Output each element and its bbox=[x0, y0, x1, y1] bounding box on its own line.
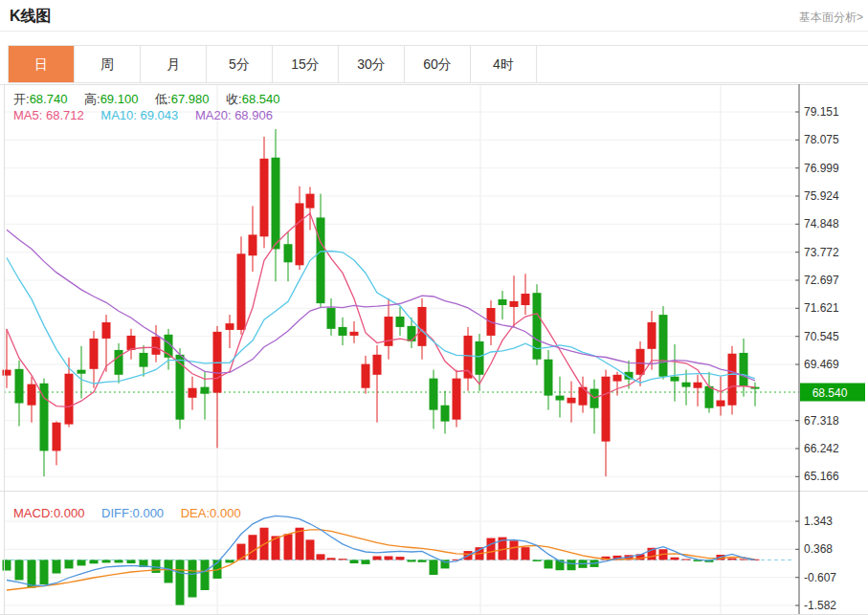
ohlc-readout: 开:68.740 高:69.100 低:67.980 收:68.540 bbox=[13, 91, 279, 108]
candle-up bbox=[522, 294, 530, 305]
candle-down bbox=[740, 353, 748, 386]
macd-bar-negative bbox=[102, 560, 111, 562]
diff-line bbox=[7, 516, 755, 585]
macd-bar-positive bbox=[327, 558, 336, 560]
candle-up bbox=[694, 383, 702, 388]
candle-down bbox=[272, 158, 280, 250]
tab-60min[interactable]: 60分 bbox=[405, 46, 471, 82]
candle-up bbox=[127, 336, 136, 350]
candle-down bbox=[317, 217, 325, 303]
low-label: 低: bbox=[155, 92, 171, 106]
macd-bar-positive bbox=[487, 538, 496, 560]
tabbar-filler bbox=[537, 46, 868, 82]
candle-down bbox=[659, 315, 668, 377]
macd-bar-negative bbox=[165, 560, 173, 582]
dea-label: DEA: bbox=[181, 506, 210, 520]
candle-down bbox=[396, 317, 405, 327]
tab-month[interactable]: 月 bbox=[141, 46, 207, 82]
axis-tick-label: 70.545 bbox=[804, 330, 839, 343]
axis-tick-label: 1.343 bbox=[804, 515, 833, 528]
candle-up bbox=[53, 423, 61, 451]
tab-15min[interactable]: 15分 bbox=[273, 46, 339, 82]
candle-up bbox=[296, 203, 304, 265]
tab-week[interactable]: 周 bbox=[75, 46, 141, 82]
fundamental-analysis-link[interactable]: 基本面分析> bbox=[799, 10, 863, 26]
tab-day[interactable]: 日 bbox=[9, 46, 75, 82]
macd-bar-positive bbox=[671, 558, 679, 560]
candle-up bbox=[418, 307, 427, 346]
macd-bar-negative bbox=[78, 560, 86, 565]
axis-tick-label: 66.242 bbox=[804, 442, 839, 455]
kline-page: K线图 基本面分析> 日 周 月 5分 15分 30分 60分 4时 79.15… bbox=[0, 0, 868, 615]
period-tabbar: 日 周 月 5分 15分 30分 60分 4时 bbox=[8, 45, 868, 83]
tab-30min[interactable]: 30分 bbox=[339, 46, 405, 82]
axis-tick-label: 75.924 bbox=[804, 189, 839, 203]
candle-up bbox=[306, 194, 315, 209]
candle-down bbox=[176, 355, 185, 420]
diff-label: DIFF: bbox=[101, 506, 133, 520]
ma10-value: 69.043 bbox=[141, 108, 179, 122]
macd-bar-negative bbox=[418, 560, 427, 561]
axis-tick-label: 69.469 bbox=[804, 358, 839, 371]
axis-tick-label: 74.848 bbox=[804, 217, 839, 231]
candle-down bbox=[590, 389, 599, 408]
macd-bar-positive bbox=[740, 559, 748, 560]
macd-bar-positive bbox=[373, 556, 382, 560]
macd-bar-negative bbox=[189, 560, 197, 597]
candle-down bbox=[671, 377, 679, 382]
candle-up bbox=[510, 301, 519, 307]
macd-bar-positive bbox=[385, 556, 393, 560]
candle-down bbox=[441, 406, 450, 422]
ma10-label: MA10: bbox=[100, 108, 140, 122]
axis-tick-label: 71.621 bbox=[804, 301, 839, 315]
candle-down bbox=[78, 370, 86, 374]
low-value: 67.980 bbox=[171, 92, 210, 106]
candle-up bbox=[362, 364, 370, 388]
axis-tick-label: 78.075 bbox=[804, 133, 839, 146]
candle-up bbox=[249, 234, 257, 255]
candle-down bbox=[201, 387, 210, 394]
axis-tick-label: -1.582 bbox=[804, 599, 836, 612]
tab-4hour[interactable]: 4时 bbox=[471, 46, 537, 82]
candle-down bbox=[284, 244, 293, 262]
candle-down bbox=[430, 379, 438, 410]
candle-down bbox=[545, 360, 553, 396]
candle-up bbox=[65, 374, 74, 425]
candle-up bbox=[636, 349, 645, 375]
macd-bar-positive bbox=[249, 535, 257, 560]
candle-up bbox=[613, 375, 622, 382]
title-divider bbox=[0, 31, 868, 32]
current-price-badge: 68.540 bbox=[800, 384, 865, 402]
candle-down bbox=[339, 327, 347, 336]
candle-up bbox=[717, 401, 725, 406]
page-title: K线图 bbox=[10, 7, 52, 27]
kline-chart-svg[interactable]: 79.15178.07576.99975.92474.84873.77272.6… bbox=[0, 84, 868, 615]
axis-tick-label: 73.772 bbox=[804, 246, 839, 259]
diff-value: 0.000 bbox=[133, 506, 165, 520]
macd-bar-positive bbox=[728, 559, 737, 560]
candle-up bbox=[90, 339, 99, 369]
macd-bar-negative bbox=[533, 560, 542, 561]
tab-5min[interactable]: 5分 bbox=[207, 46, 273, 82]
candle-up bbox=[602, 377, 611, 442]
open-value: 68.740 bbox=[30, 92, 68, 106]
candle-up bbox=[350, 332, 359, 336]
dea-value: 0.000 bbox=[210, 506, 241, 520]
grid-lines bbox=[4, 85, 799, 614]
macd-bar-negative bbox=[430, 560, 438, 575]
axis-tick-label: 76.999 bbox=[804, 162, 839, 175]
candle-up bbox=[28, 384, 36, 406]
candle-up bbox=[648, 322, 657, 349]
macd-bar-negative bbox=[201, 560, 210, 590]
candle-up bbox=[226, 323, 234, 330]
candle-down bbox=[556, 396, 565, 401]
candle-down bbox=[682, 383, 691, 387]
macd-bar-negative bbox=[568, 560, 576, 570]
candle-up bbox=[189, 388, 197, 398]
axis-tick-label: 72.697 bbox=[804, 274, 839, 287]
candle-up bbox=[568, 398, 576, 404]
price-axis: 79.15178.07576.99975.92474.84873.77272.6… bbox=[795, 84, 839, 614]
candle-up bbox=[152, 337, 161, 355]
candle-down bbox=[140, 353, 148, 367]
axis-tick-label: 0.368 bbox=[804, 542, 833, 556]
